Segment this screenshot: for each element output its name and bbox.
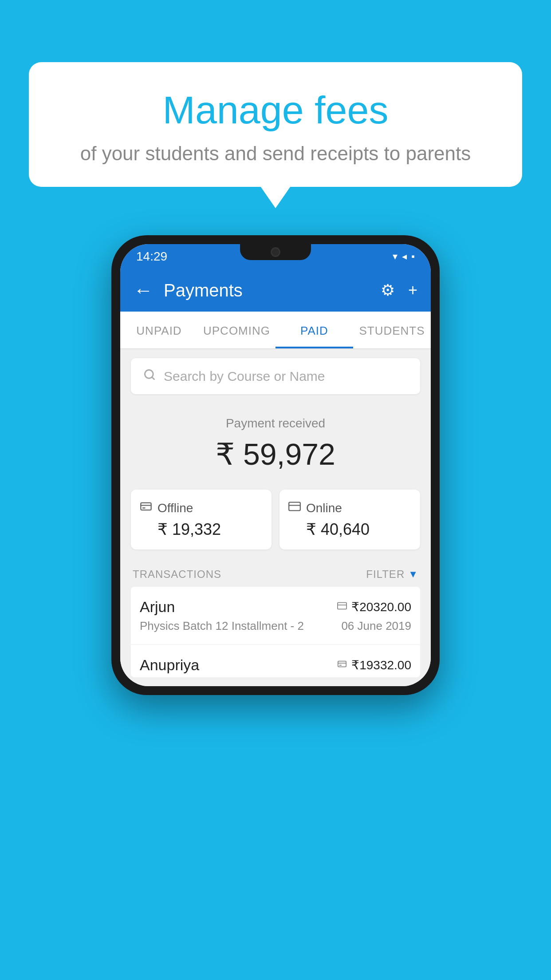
filter-button[interactable]: FILTER ▼ <box>366 568 418 581</box>
app-bar-actions: ⚙ + <box>381 281 417 300</box>
payment-total-amount: ₹ 59,972 <box>131 437 420 472</box>
svg-rect-9 <box>338 661 346 667</box>
transaction-row-bottom: Physics Batch 12 Installment - 2 06 June… <box>140 619 411 633</box>
cash-payment-icon <box>337 659 347 672</box>
offline-payment-card: Offline ₹ 19,332 <box>131 490 272 549</box>
phone-screen: 14:29 ▾ ◂ ▪ ← Payments ⚙ + UNPAID UPCO <box>120 244 431 686</box>
hero-subtitle: of your students and send receipts to pa… <box>55 142 496 165</box>
payment-cards: Offline ₹ 19,332 <box>131 490 420 549</box>
transaction-amount: ₹20320.00 <box>351 600 411 614</box>
offline-card-header: Offline <box>140 500 263 516</box>
add-icon[interactable]: + <box>408 281 417 300</box>
search-placeholder: Search by Course or Name <box>164 369 325 384</box>
svg-line-1 <box>152 377 154 379</box>
status-time: 14:29 <box>136 249 167 264</box>
transaction-date: 06 June 2019 <box>341 619 411 633</box>
search-bar[interactable]: Search by Course or Name <box>131 358 420 394</box>
offline-icon <box>140 500 152 516</box>
app-bar: ← Payments ⚙ + <box>120 269 431 312</box>
transactions-header: TRANSACTIONS FILTER ▼ <box>131 560 420 587</box>
card-payment-icon <box>337 601 347 613</box>
hero-card: Manage fees of your students and send re… <box>29 62 522 187</box>
phone-frame: 14:29 ▾ ◂ ▪ ← Payments ⚙ + UNPAID UPCO <box>111 235 440 695</box>
transaction-row[interactable]: Arjun ₹20320.00 <box>131 587 420 645</box>
filter-icon: ▼ <box>408 569 418 580</box>
transaction-row-top: Arjun ₹20320.00 <box>140 598 411 616</box>
content-area: Search by Course or Name Payment receive… <box>120 349 431 686</box>
payment-summary: Payment received ₹ 59,972 <box>131 403 420 482</box>
transactions-list: Arjun ₹20320.00 <box>131 587 420 677</box>
payment-received-label: Payment received <box>131 416 420 431</box>
transaction-row-top: Anupriya ₹19332.00 <box>140 656 411 674</box>
search-icon <box>143 368 156 384</box>
back-button[interactable]: ← <box>134 279 153 301</box>
online-icon <box>288 500 301 516</box>
svg-rect-2 <box>141 503 151 510</box>
tab-paid[interactable]: PAID <box>276 312 353 348</box>
transactions-label: TRANSACTIONS <box>133 568 221 581</box>
offline-amount: ₹ 19,332 <box>157 520 263 539</box>
svg-rect-7 <box>338 602 346 609</box>
transaction-amount-wrap: ₹20320.00 <box>337 600 411 614</box>
tab-upcoming[interactable]: UPCOMING <box>198 312 276 348</box>
status-icons: ▾ ◂ ▪ <box>393 251 415 262</box>
offline-label: Offline <box>157 501 193 515</box>
phone-wrapper: 14:29 ▾ ◂ ▪ ← Payments ⚙ + UNPAID UPCO <box>111 235 440 695</box>
transaction-amount: ₹19332.00 <box>351 658 411 672</box>
phone-notch <box>240 244 311 260</box>
online-card-header: Online <box>288 500 411 516</box>
signal-icon: ◂ <box>402 251 407 262</box>
transaction-name: Arjun <box>140 598 175 616</box>
online-payment-card: Online ₹ 40,640 <box>279 490 420 549</box>
transaction-name: Anupriya <box>140 656 199 674</box>
transaction-row[interactable]: Anupriya ₹19332.00 <box>131 645 420 674</box>
tabs: UNPAID UPCOMING PAID STUDENTS <box>120 312 431 349</box>
transaction-course: Physics Batch 12 Installment - 2 <box>140 619 304 633</box>
settings-icon[interactable]: ⚙ <box>381 281 395 300</box>
transaction-amount-wrap: ₹19332.00 <box>337 658 411 672</box>
online-amount: ₹ 40,640 <box>306 520 411 539</box>
phone-camera <box>271 247 280 257</box>
tab-unpaid[interactable]: UNPAID <box>120 312 198 348</box>
svg-rect-5 <box>289 502 300 511</box>
tab-students[interactable]: STUDENTS <box>353 312 431 348</box>
app-bar-title: Payments <box>164 281 370 300</box>
battery-icon: ▪ <box>411 251 415 262</box>
wifi-icon: ▾ <box>393 251 398 262</box>
online-label: Online <box>306 501 342 515</box>
hero-title: Manage fees <box>55 89 496 132</box>
filter-label: FILTER <box>366 568 405 581</box>
